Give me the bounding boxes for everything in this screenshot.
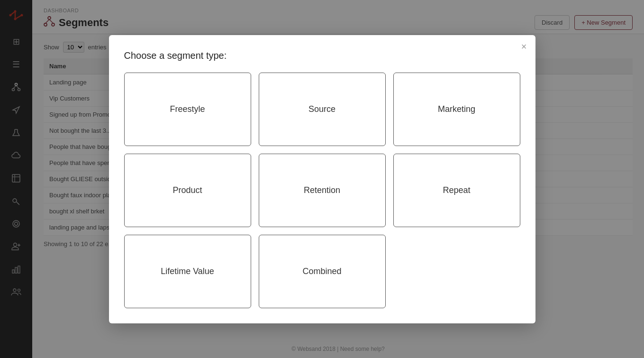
- modal-overlay[interactable]: × Choose a segment type: FreestyleSource…: [0, 0, 644, 358]
- segment-card-repeat[interactable]: Repeat: [393, 154, 520, 227]
- segment-card-source[interactable]: Source: [259, 73, 386, 146]
- segment-type-modal: × Choose a segment type: FreestyleSource…: [109, 35, 535, 323]
- segment-card-lifetime-value[interactable]: Lifetime Value: [124, 235, 251, 308]
- modal-title: Choose a segment type:: [124, 50, 520, 61]
- segment-card-product[interactable]: Product: [124, 154, 251, 227]
- segment-card-marketing[interactable]: Marketing: [393, 73, 520, 146]
- segment-card-combined[interactable]: Combined: [259, 235, 386, 308]
- modal-close-button[interactable]: ×: [521, 42, 527, 51]
- segment-grid: FreestyleSourceMarketingProductRetention…: [124, 73, 520, 308]
- segment-card-retention[interactable]: Retention: [259, 154, 386, 227]
- segment-card-freestyle[interactable]: Freestyle: [124, 73, 251, 146]
